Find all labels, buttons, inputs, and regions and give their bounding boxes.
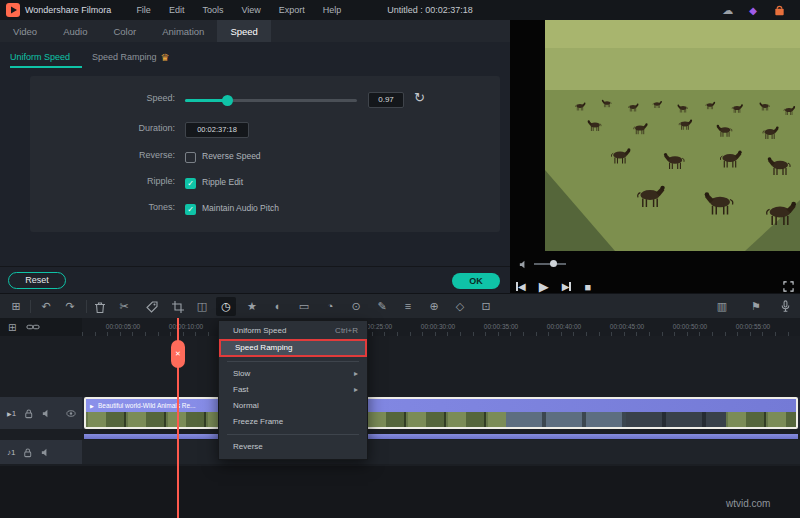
undo-icon[interactable]: ↶ [36, 297, 56, 316]
fullscreen-icon[interactable] [783, 281, 794, 292]
lock-track-icon[interactable] [22, 447, 33, 458]
media-library-icon[interactable]: ⊞ [6, 297, 26, 316]
ruler-label: 00:00:40:00 [536, 323, 592, 330]
motion-track-icon[interactable]: ⊕ [424, 297, 444, 316]
tab-speed[interactable]: Speed [217, 20, 270, 42]
speed-settings-panel: Uniform Speed Speed Ramping ♛ Speed: 0.9… [0, 42, 510, 293]
subtab-uniform-speed[interactable]: Uniform Speed [10, 52, 70, 62]
maintain-pitch-option-label: Maintain Audio Pitch [202, 203, 279, 213]
speed-slider-handle[interactable] [222, 95, 233, 106]
split-scissors-icon[interactable]: ✂ [114, 297, 134, 316]
menu-item-fast[interactable]: Fast▸ [219, 382, 367, 398]
speed-context-menu: Uniform SpeedCtrl+R Speed Ramping Slow▸ … [218, 320, 368, 460]
menu-separator [227, 361, 359, 362]
reverse-row: Reverse: Reverse Speed [30, 147, 500, 167]
timeline-empty-area [0, 466, 800, 518]
playhead-handle[interactable]: ✕ [171, 340, 185, 368]
stop-button[interactable]: ■ [584, 281, 591, 293]
clip-audio-strip[interactable] [84, 434, 798, 439]
subtab-speed-ramping[interactable]: Speed Ramping [92, 52, 157, 62]
video-clip[interactable]: ▶Beautiful world-Wild Animals Re... [84, 397, 798, 429]
cloud-sync-icon[interactable]: ☁ [722, 4, 733, 17]
maintain-pitch-checkbox[interactable]: ✓ [185, 204, 196, 215]
preview-video-frame [545, 20, 800, 251]
ok-button[interactable]: OK [452, 273, 500, 289]
filmora-logo-icon [6, 3, 20, 17]
pan-zoom-icon[interactable]: ⊡ [476, 297, 496, 316]
volume-icon[interactable] [518, 259, 529, 270]
project-title: Untitled : 00:02:37:18 [300, 5, 560, 15]
ruler-label: 00:00:45:00 [599, 323, 655, 330]
speed-reset-icon[interactable]: ↻ [414, 90, 425, 105]
ruler-label: 00:00:05:00 [95, 323, 151, 330]
hide-track-eye-icon[interactable] [65, 408, 77, 419]
timer-icon[interactable]: ◔ [320, 297, 340, 316]
reset-button[interactable]: Reset [8, 272, 66, 289]
menu-item-uniform-speed[interactable]: Uniform SpeedCtrl+R [219, 323, 367, 339]
menu-separator [227, 434, 359, 435]
menu-item-reverse[interactable]: Reverse [219, 439, 367, 455]
annotate-pen-icon[interactable]: ✎ [372, 297, 392, 316]
render-preview-icon[interactable]: ▥ [712, 297, 732, 316]
store-bag-icon[interactable] [773, 4, 786, 17]
menu-item-normal[interactable]: Normal [219, 398, 367, 414]
reverse-speed-option-label: Reverse Speed [202, 151, 261, 161]
tab-color[interactable]: Color [100, 20, 149, 42]
zoom-icon[interactable]: ⊙ [346, 297, 366, 316]
duration-value-input[interactable]: 00:02:37:18 [185, 122, 249, 138]
ruler-label: 00:00:10:00 [158, 323, 214, 330]
timeline-ruler[interactable]: 00:00 00:00:05:00 00:00:10:00 00:00:15:0… [0, 318, 800, 336]
app-title: Wondershare Filmora [25, 5, 111, 15]
menu-file[interactable]: File [129, 3, 158, 17]
chroma-key-icon[interactable]: ◐ [268, 297, 288, 316]
redo-icon[interactable]: ↷ [60, 297, 80, 316]
voiceover-mic-icon[interactable] [778, 299, 793, 314]
menu-tools[interactable]: Tools [195, 3, 230, 17]
tab-audio[interactable]: Audio [50, 20, 100, 42]
audio-track[interactable] [82, 440, 800, 464]
track-manager-icon[interactable]: ⊞ [8, 322, 16, 333]
duration-label: Duration: [55, 123, 175, 133]
editor-tabs: Video Audio Color Animation Speed [0, 20, 510, 42]
detach-split-icon[interactable]: ◫ [192, 297, 212, 316]
speed-clock-icon[interactable]: ◷ [216, 297, 236, 316]
volume-slider-knob[interactable] [550, 260, 557, 267]
mute-track-icon[interactable] [41, 408, 52, 419]
reverse-speed-checkbox[interactable] [185, 152, 196, 163]
tag-marker-icon[interactable] [144, 299, 160, 315]
ruler-ticks [82, 332, 800, 336]
tab-video[interactable]: Video [0, 20, 50, 42]
speed-row: Speed: 0.97 ↻ [30, 90, 500, 110]
effects-wand-icon[interactable]: ★ [242, 297, 262, 316]
link-clips-icon[interactable] [26, 321, 40, 333]
menu-item-speed-ramping[interactable]: Speed Ramping [219, 339, 367, 357]
panel-divider [0, 266, 510, 267]
ruler-label: 00:00:50:00 [662, 323, 718, 330]
lock-track-icon[interactable] [23, 408, 34, 419]
tab-animation[interactable]: Animation [149, 20, 217, 42]
reverse-label: Reverse: [55, 150, 175, 160]
audio-track-header: ♪1 [0, 440, 82, 464]
keyframe-icon[interactable]: ◇ [450, 297, 470, 316]
timeline-tracks: ▶1 ▶Beautiful world-Wild Animals Re... [0, 336, 800, 518]
menu-item-freeze-frame[interactable]: Freeze Frame [219, 414, 367, 430]
ripple-edit-checkbox[interactable]: ✓ [185, 178, 196, 189]
toolbar-separator [86, 300, 87, 313]
adjust-icon[interactable]: ≡ [398, 297, 418, 316]
delete-icon[interactable] [92, 299, 108, 315]
mute-track-icon[interactable] [40, 447, 51, 458]
menu-view[interactable]: View [234, 3, 267, 17]
crop-icon[interactable] [170, 299, 186, 315]
marker-flag-icon[interactable]: ⚑ [746, 297, 766, 316]
crown-icon: ♛ [161, 52, 170, 63]
next-frame-button[interactable]: ▶ [562, 281, 572, 292]
video-track-header: ▶1 [0, 397, 82, 429]
speed-value-input[interactable]: 0.97 [368, 92, 404, 108]
menu-item-slow[interactable]: Slow▸ [219, 366, 367, 382]
menu-edit[interactable]: Edit [162, 3, 192, 17]
premium-gem-icon[interactable]: ◆ [749, 5, 757, 16]
screen-record-icon[interactable]: ▭ [294, 297, 314, 316]
speed-slider[interactable] [185, 99, 357, 102]
play-button[interactable]: ▶ [539, 279, 549, 294]
previous-frame-button[interactable]: ◀ [516, 281, 526, 292]
